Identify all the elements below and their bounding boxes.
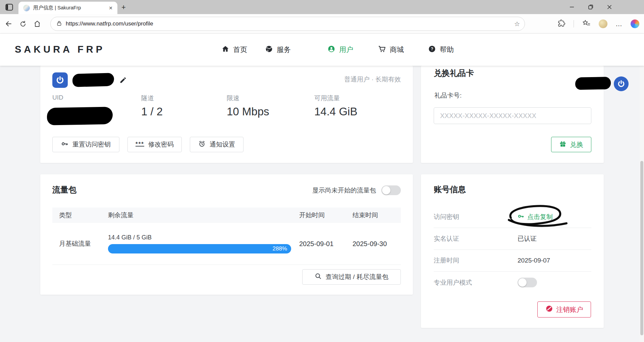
usage-progress-bar: 288% [108, 244, 291, 253]
password-icon: *** [136, 142, 144, 147]
help-icon: ? [428, 45, 436, 54]
stat-label-tunnels: 隧道 [141, 94, 154, 103]
stat-label-traffic: 可用流量 [314, 94, 340, 103]
toolbar-right-icons: … [557, 17, 639, 31]
site-logo[interactable]: SAKURA FRP [15, 44, 105, 55]
row-value: 2025-09-07 [518, 257, 550, 264]
show-pending-label: 显示尚未开始的流量包 [312, 186, 376, 195]
nav-item-services[interactable]: 服务 [265, 34, 291, 66]
refresh-button[interactable] [18, 19, 27, 28]
browser-titlebar: 用户信息 | SakuraFrp ✕ + [0, 0, 644, 14]
home-button[interactable] [33, 19, 42, 28]
row-label: 专业用户模式 [434, 278, 518, 287]
browser-toolbar: https://www.natfrp.com/user/profile ☆ … [0, 14, 644, 34]
favorites-bar-icon[interactable] [582, 19, 591, 28]
nav-item-home[interactable]: 首页 [221, 34, 247, 66]
browser-profile-avatar[interactable] [599, 19, 607, 28]
address-bar[interactable]: https://www.natfrp.com/user/profile ☆ [50, 17, 525, 31]
nav-item-help[interactable]: ? 帮助 [428, 34, 454, 66]
key-icon [61, 140, 68, 149]
page-content: 普通用户 · 长期有效 UID 隧道 限速 可用流量 1 / 2 10 Mbps… [0, 66, 644, 342]
pro-mode-toggle[interactable] [518, 278, 537, 287]
alarm-icon [198, 140, 206, 149]
stat-label-uid: UID [52, 94, 63, 101]
lock-icon[interactable] [56, 20, 62, 28]
user-icon [327, 45, 335, 54]
nav-label: 服务 [277, 45, 291, 54]
tab-workspaces-icon[interactable] [5, 3, 14, 12]
nav-item-store[interactable]: 商城 [378, 34, 404, 66]
key-icon [518, 213, 524, 221]
site-header: SAKURA FRP 首页 服务 [0, 34, 644, 66]
col-header-type: 类型 [52, 211, 101, 220]
copy-access-key-link[interactable]: 点击复制 [518, 213, 553, 221]
cell-package-type: 月基础流量 [52, 239, 101, 248]
delete-account-button[interactable]: 注销账户 [537, 301, 591, 318]
realname-row: 实名认证 已认证 [434, 228, 591, 250]
traffic-table: 类型 剩余流量 开始时间 结束时间 月基础流量 14.4 GiB / 5 GiB… [52, 208, 401, 265]
url-text[interactable]: https://www.natfrp.com/user/profile [66, 20, 514, 27]
copilot-icon[interactable] [631, 19, 639, 28]
row-label: 实名认证 [434, 234, 518, 243]
change-password-button[interactable]: *** 修改密码 [127, 137, 182, 152]
new-tab-button[interactable]: + [121, 3, 126, 12]
redacted-username [575, 77, 611, 90]
back-button[interactable] [4, 19, 13, 28]
scrollbar-thumb[interactable] [640, 161, 643, 335]
button-label: 注销账户 [556, 305, 583, 314]
nav-label: 首页 [233, 45, 247, 54]
col-header-start: 开始时间 [292, 211, 346, 220]
redacted-uid-value [47, 107, 113, 125]
user-info-card: 普通用户 · 长期有效 UID 隧道 限速 可用流量 1 / 2 10 Mbps… [40, 66, 413, 163]
svg-text:?: ? [431, 47, 433, 51]
page-scrollbar [640, 34, 644, 342]
user-avatar [52, 72, 68, 88]
more-menu-icon[interactable]: … [615, 20, 623, 28]
cell-end-date: 2025-09-30 [346, 240, 401, 248]
extensions-icon[interactable] [557, 19, 566, 28]
link-label: 点击复制 [527, 213, 553, 221]
edit-name-icon[interactable] [119, 76, 127, 84]
button-label: 通知设置 [210, 140, 235, 149]
tab-title: 用户信息 | SakuraFrp [33, 5, 107, 11]
membership-status: 普通用户 · 长期有效 [344, 75, 401, 84]
nav-item-user[interactable]: 用户 [327, 34, 353, 66]
button-label: 兑换 [570, 140, 583, 149]
stat-value-traffic: 14.4 GiB [314, 105, 357, 118]
nav-label: 帮助 [440, 45, 454, 54]
home-icon [221, 45, 229, 54]
window-close-button[interactable] [606, 3, 613, 11]
browser-tab[interactable]: 用户信息 | SakuraFrp ✕ [18, 2, 117, 14]
register-date-row: 注册时间 2025-09-07 [434, 250, 591, 272]
show-pending-toggle[interactable] [381, 185, 401, 195]
window-minimize-button[interactable] [568, 3, 576, 11]
window-restore-button[interactable] [587, 3, 594, 11]
notification-settings-button[interactable]: 通知设置 [190, 137, 244, 152]
favorite-star-icon[interactable]: ☆ [514, 20, 520, 28]
col-header-remaining: 剩余流量 [101, 211, 292, 220]
row-label: 访问密钥 [434, 213, 518, 221]
nav-label: 用户 [339, 45, 353, 54]
stat-value-speed: 10 Mbps [227, 105, 269, 118]
button-label: 修改密码 [148, 140, 174, 149]
toggle-knob [382, 186, 390, 194]
remaining-text: 14.4 GiB / 5 GiB [108, 234, 292, 241]
stat-label-speed: 限速 [227, 94, 239, 103]
button-label: 查询过期 / 耗尽流量包 [326, 273, 388, 281]
button-label: 重置访问密钥 [72, 140, 111, 149]
search-icon [315, 273, 322, 281]
window-controls [568, 0, 613, 14]
tab-close-icon[interactable]: ✕ [107, 5, 114, 11]
header-avatar[interactable] [614, 76, 629, 91]
gift-code-input[interactable] [434, 107, 591, 124]
redeem-button[interactable]: 兑换 [551, 137, 591, 152]
reset-access-key-button[interactable]: 重置访问密钥 [52, 137, 119, 152]
show-pending-toggle-row: 显示尚未开始的流量包 [312, 185, 401, 195]
gift-icon [559, 140, 567, 149]
cell-remaining: 14.4 GiB / 5 GiB 288% [101, 234, 292, 253]
cart-icon [378, 45, 386, 54]
query-expired-packages-button[interactable]: 查询过期 / 耗尽流量包 [302, 269, 401, 285]
traffic-packages-card: 流量包 显示尚未开始的流量包 类型 剩余流量 开始时间 结束时间 月基础流量 1… [40, 174, 413, 295]
tab-favicon [23, 5, 30, 11]
traffic-card-title: 流量包 [52, 184, 76, 195]
